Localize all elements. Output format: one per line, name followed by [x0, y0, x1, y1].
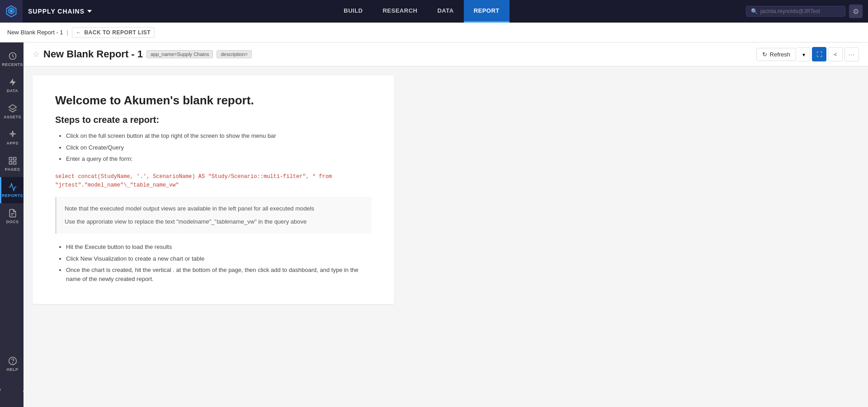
step-3: Enter a query of the form: [66, 154, 372, 164]
report-header: ☆ New Blank Report - 1 app_name=Supply C… [24, 42, 868, 66]
sidebar-item-assets[interactable]: ASSETS [0, 98, 24, 125]
fullscreen-button[interactable]: ⛶ [812, 47, 826, 61]
report-tag-description: description= [217, 50, 252, 58]
report-tag-appname: app_name=Supply Chains [146, 50, 213, 58]
tab-report[interactable]: REPORT [464, 0, 509, 23]
sidebar-item-recents[interactable]: RECENTS [0, 46, 24, 72]
svg-rect-8 [9, 162, 12, 164]
sidebar-item-data[interactable]: DATA [0, 72, 24, 98]
report-content: ☆ New Blank Report - 1 app_name=Supply C… [24, 42, 868, 407]
app-name-dropdown-icon [87, 10, 92, 13]
expand-icon: ⛶ [816, 51, 822, 58]
note-line-2: Use the approriate view to replace the t… [65, 217, 363, 227]
grid-icon [8, 156, 17, 165]
sidebar-item-pages[interactable]: PAGES [0, 151, 24, 177]
step-6: Once the chart is created, hit the verti… [66, 266, 372, 283]
step-4: Hit the Execute button to load the resul… [66, 243, 372, 252]
tab-build[interactable]: BUILD [334, 0, 373, 23]
refresh-label: Refresh [770, 51, 791, 58]
share-button[interactable]: < [828, 47, 843, 61]
app-name[interactable]: SUPPLY CHAINS [23, 8, 97, 15]
svg-rect-6 [9, 158, 12, 160]
app-logo [0, 0, 23, 23]
sparkle-icon [8, 130, 17, 139]
sidebar-bottom: HELP ↻ ⤢ [0, 351, 24, 407]
clock-icon [8, 51, 17, 61]
back-label: BACK TO REPORT LIST [84, 29, 151, 36]
help-icon [8, 356, 17, 365]
sidebar-item-docs[interactable]: DOCS [0, 203, 24, 229]
svg-point-2 [10, 10, 12, 12]
code-block: select concat(StudyName, '.', ScenarioNa… [55, 173, 372, 190]
bolt-icon [8, 78, 17, 87]
svg-rect-9 [13, 162, 16, 164]
nav-tabs: BUILD RESEARCH DATA REPORT [334, 0, 509, 23]
back-to-report-list-button[interactable]: ← BACK TO REPORT LIST [72, 27, 155, 38]
gear-icon: ⚙ [853, 7, 859, 16]
step-1: Click on the full screen button at the t… [66, 131, 372, 140]
breadcrumb: New Blank Report - 1 | ← BACK TO REPORT … [0, 23, 868, 42]
svg-rect-7 [13, 158, 16, 160]
back-arrow-icon: ← [76, 29, 82, 36]
refresh-icon: ↻ [762, 51, 767, 58]
doc-icon [8, 209, 17, 218]
breadcrumb-title: New Blank Report - 1 [7, 29, 63, 36]
ellipsis-icon: ··· [849, 51, 855, 58]
breadcrumb-separator: | [67, 29, 68, 36]
welcome-card: Welcome to Akumen's blank report. Steps … [33, 75, 394, 304]
chart-icon [8, 182, 17, 192]
search-box[interactable]: 🔍 [746, 6, 845, 17]
settings-button[interactable]: ⚙ [849, 5, 863, 18]
main-area: RECENTS DATA ASSETS APPS PAGES [0, 42, 868, 407]
svg-marker-4 [9, 79, 15, 86]
sidebar: RECENTS DATA ASSETS APPS PAGES [0, 42, 24, 407]
search-input[interactable] [760, 8, 840, 14]
svg-point-13 [12, 363, 13, 363]
welcome-title: Welcome to Akumen's blank report. [55, 94, 372, 108]
tab-research[interactable]: RESEARCH [373, 0, 427, 23]
layers-icon [8, 104, 17, 113]
report-actions: ↻ Refresh ▼ ⛶ < ··· [756, 47, 859, 61]
refresh-button[interactable]: ↻ Refresh [756, 48, 797, 61]
steps-title: Steps to create a report: [55, 115, 372, 125]
report-body: Welcome to Akumen's blank report. Steps … [24, 66, 868, 407]
chevron-down-icon: ▼ [802, 52, 806, 57]
share-icon: < [834, 51, 837, 58]
steps-list-2: Hit the Execute button to load the resul… [55, 243, 372, 283]
refresh-icon-bottom[interactable]: ↻ [0, 381, 10, 399]
report-title-area: ☆ New Blank Report - 1 app_name=Supply C… [33, 48, 252, 60]
refresh-dropdown-button[interactable]: ▼ [798, 47, 810, 61]
sidebar-item-apps[interactable]: APPS [0, 125, 24, 151]
steps-list: Click on the full screen button at the t… [55, 131, 372, 164]
svg-marker-5 [9, 105, 16, 110]
note-box: Note that the executed model output view… [55, 197, 372, 234]
sidebar-item-help[interactable]: HELP [0, 351, 24, 377]
top-nav-right: 🔍 ⚙ [746, 5, 868, 18]
favorite-star-icon[interactable]: ☆ [33, 49, 40, 59]
step-5: Click New Visualization to create a new … [66, 254, 372, 263]
tab-data[interactable]: DATA [427, 0, 463, 23]
note-line-1: Note that the executed model output view… [65, 204, 363, 214]
search-icon: 🔍 [751, 8, 758, 14]
more-options-button[interactable]: ··· [844, 47, 859, 61]
report-title: New Blank Report - 1 [43, 48, 143, 60]
step-2: Click on Create/Query [66, 143, 372, 152]
sidebar-item-reports[interactable]: REPORTS [0, 177, 24, 203]
